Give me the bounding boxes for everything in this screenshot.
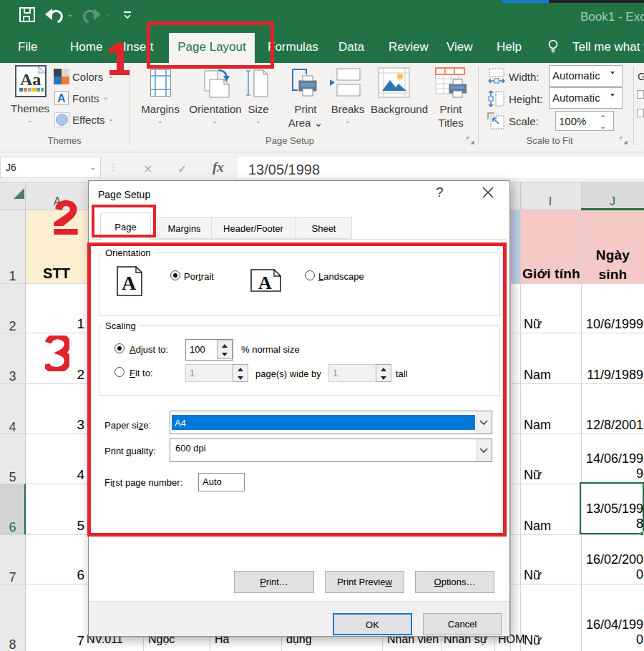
svg-text:Aa: Aa (20, 70, 41, 89)
svg-text:A: A (57, 92, 66, 104)
